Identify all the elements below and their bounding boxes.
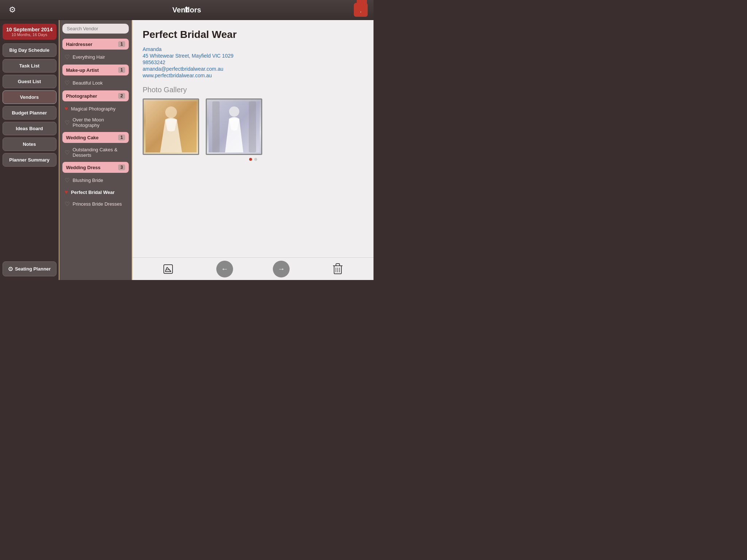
vendor-perfect-bridal-wear[interactable]: ♥ Perfect Bridal Wear <box>61 186 130 198</box>
sidebar: 10 September 2014 10 Months, 16 Days Big… <box>0 20 59 280</box>
sidebar-item-guest-list[interactable]: Guest List <box>3 75 57 88</box>
next-button[interactable]: → <box>273 261 290 277</box>
date-main: 10 September 2014 <box>6 27 53 32</box>
svg-line-7 <box>165 267 167 272</box>
vendor-everything-hair[interactable]: ♡ Everything Hair <box>61 51 130 63</box>
svg-line-8 <box>167 267 171 272</box>
search-input[interactable] <box>62 24 129 34</box>
vendor-list-panel: Hairdresser 1 ♡ Everything Hair Make-up … <box>59 20 132 280</box>
favorite-icon: ♡ <box>65 149 70 156</box>
sidebar-item-seating-planner[interactable]: ⊙ Seating Planner <box>3 261 57 276</box>
edit-button[interactable] <box>160 261 177 277</box>
gear-button[interactable]: ⚙ <box>6 4 19 16</box>
sidebar-item-big-day-schedule[interactable]: Big Day Schedule <box>3 43 57 57</box>
vendor-over-moon-photography[interactable]: ♡ Over the Moon Photography <box>61 114 130 131</box>
prev-icon: ← <box>221 265 228 273</box>
vendor-detail: Perfect Bridal Wear Amanda 45 Whitewear … <box>132 20 374 257</box>
vendor-magical-photography[interactable]: ♥ Magical Photography <box>61 103 130 114</box>
contact-address: 45 Whitewear Street, Mayfield VIC 1029 <box>143 53 363 59</box>
vendor-list: Hairdresser 1 ♡ Everything Hair Make-up … <box>59 37 132 280</box>
category-wedding-cake[interactable]: Wedding Cake 1 <box>62 132 129 143</box>
contact-email[interactable]: amanda@perfectbridalwear.com.au <box>143 66 363 72</box>
sidebar-item-notes[interactable]: Notes <box>3 137 57 151</box>
svg-rect-4 <box>212 101 220 152</box>
seating-planner-icon: ⊙ <box>8 265 13 272</box>
category-photographer[interactable]: Photographer 2 <box>62 90 129 101</box>
dress-illustration-2 <box>209 101 260 152</box>
gallery-photo-1[interactable] <box>143 98 199 155</box>
gallery-dot-2[interactable] <box>254 158 257 161</box>
prev-button[interactable]: ← <box>216 261 233 277</box>
favorite-icon: ♥ <box>65 105 68 112</box>
contact-name[interactable]: Amanda <box>143 46 363 52</box>
main-layout: 10 September 2014 10 Months, 16 Days Big… <box>0 20 374 280</box>
favorite-icon: ♡ <box>65 79 70 86</box>
sidebar-item-vendors[interactable]: Vendors <box>3 90 57 104</box>
vendor-name: Perfect Bridal Wear <box>143 29 363 40</box>
trash-icon <box>332 263 343 275</box>
contact-info: Amanda 45 Whitewear Street, Mayfield VIC… <box>143 46 363 78</box>
date-sub: 10 Months, 16 Days <box>6 32 53 37</box>
page-title: Vendors <box>173 6 201 14</box>
bottom-toolbar: ← → <box>132 257 374 280</box>
top-bar: ⚙ ⬆ Vendors + <box>0 0 374 20</box>
sidebar-item-ideas-board[interactable]: Ideas Board <box>3 122 57 135</box>
gallery-photo-2[interactable] <box>206 98 262 155</box>
sidebar-item-planner-summary[interactable]: Planner Summary <box>3 153 57 167</box>
contact-website[interactable]: www.perfectbridalwear.com.au <box>143 73 363 78</box>
gallery-dots <box>143 158 363 161</box>
svg-point-1 <box>165 106 177 118</box>
favorite-icon: ♥ <box>65 189 68 195</box>
edit-icon <box>163 264 174 275</box>
favorite-icon: ♡ <box>65 54 70 61</box>
favorite-icon: ♡ <box>65 201 70 207</box>
sidebar-item-task-list[interactable]: Task List <box>3 59 57 73</box>
svg-point-3 <box>229 106 239 117</box>
vendor-outstanding-cakes[interactable]: ♡ Outstanding Cakes & Desserts <box>61 144 130 160</box>
contact-phone[interactable]: 98563242 <box>143 59 363 65</box>
next-icon: → <box>278 265 285 273</box>
vendor-blushing-bride[interactable]: ♡ Blushing Bride <box>61 174 130 186</box>
favorite-icon: ♡ <box>65 177 70 184</box>
sidebar-item-budget-planner[interactable]: Budget Planner <box>3 106 57 120</box>
svg-rect-13 <box>336 264 340 266</box>
category-makeup-artist[interactable]: Make-up Artist 1 <box>62 65 129 75</box>
vendor-princess-bride-dresses[interactable]: ♡ Princess Bride Dresses <box>61 198 130 210</box>
dress-illustration-1 <box>146 101 197 152</box>
gallery-photos <box>143 98 363 155</box>
favorite-icon: ♡ <box>65 119 70 126</box>
gallery-dot-1[interactable] <box>249 158 252 161</box>
date-badge: 10 September 2014 10 Months, 16 Days <box>3 24 57 40</box>
vendor-detail-panel: Perfect Bridal Wear Amanda 45 Whitewear … <box>132 20 374 280</box>
vendor-beautiful-look[interactable]: ♡ Beautiful Look <box>61 77 130 89</box>
category-wedding-dress[interactable]: Wedding Dress 3 <box>62 162 129 173</box>
delete-button[interactable] <box>329 261 346 277</box>
gear-icon: ⚙ <box>9 5 16 14</box>
category-hairdresser[interactable]: Hairdresser 1 <box>62 39 129 50</box>
svg-rect-6 <box>164 265 173 273</box>
svg-rect-5 <box>249 101 256 152</box>
photo-gallery-title: Photo Gallery <box>143 86 363 94</box>
